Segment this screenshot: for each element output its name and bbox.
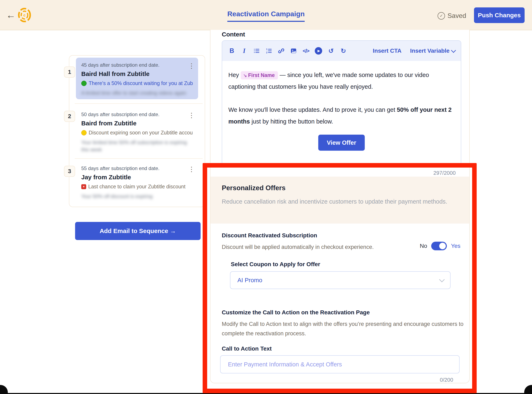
email-body-editor[interactable]: Hey ↘First Name — since you left, we've … [222, 61, 461, 159]
save-status-label: Saved [447, 12, 466, 20]
personalized-offers-subtitle: Reduce cancellation risk and incentivize… [222, 197, 461, 207]
sequence-subject-text: Last chance to claim your Zubtitle disco… [88, 184, 185, 190]
sequence-preview-blurred: Your 50% off discount is expiring [81, 193, 188, 200]
variable-pill-label: First Name [248, 72, 275, 78]
discount-title: Discount Reactivated Subscription [222, 232, 460, 239]
toggle-yes-label: Yes [451, 243, 460, 249]
personalized-offers-title: Personalized Offers [222, 184, 286, 192]
sequence-delay: 50 days after subscription end date. [81, 112, 193, 117]
sequence-sender: Baird Hall from Zubtitle [81, 70, 193, 78]
customize-cta-description: Modify the Call to Action text to align … [222, 320, 467, 338]
sequence-subject: ✶ Last chance to claim your Zubtitle dis… [81, 184, 193, 190]
sequence-subject-text: There’s a 50% discount waiting for you a… [89, 80, 193, 86]
email-sequence-list: 1 2 3 ⋮ 45 days after subscription end d… [69, 55, 205, 207]
first-name-variable-pill[interactable]: ↘First Name [241, 71, 278, 79]
green-circle-icon [81, 81, 87, 86]
coupon-dropdown-value: AI Promo [237, 277, 262, 284]
sequence-preview-blurred: A limited time offer to start creating v… [81, 89, 188, 97]
email-paragraph-2: We know you'll love these updates. And t… [228, 104, 455, 127]
svg-text:c: c [23, 13, 26, 17]
back-arrow-icon[interactable]: ← [6, 10, 16, 20]
kebab-menu-icon[interactable]: ⋮ [188, 166, 195, 172]
italic-icon[interactable]: I [241, 47, 248, 55]
sequence-subject[interactable]: There’s a 50% discount waiting for you a… [81, 80, 193, 86]
chevron-down-icon [439, 277, 445, 282]
arrow-down-right-icon: ↘ [243, 73, 247, 78]
sequence-step-badge: 3 [64, 166, 75, 177]
bold-icon[interactable]: B [228, 47, 235, 55]
editor-toolbar: B I 12 </> ▶ ↺ ↻ [222, 41, 461, 61]
sequence-subject: Discount expiring soon on your Zubtitle … [81, 130, 193, 136]
personalized-offers-header-band: Personalized Offers Reduce cancellation … [210, 177, 469, 223]
cta-char-count: 0/200 [440, 377, 453, 383]
bullet-list-icon[interactable] [253, 47, 260, 55]
zubtitle-logo-icon: c [18, 8, 31, 22]
undo-icon[interactable]: ↺ [327, 47, 334, 55]
push-changes-button[interactable]: Push Changes [474, 7, 525, 23]
insert-cta-button[interactable]: Insert CTA [373, 47, 402, 54]
window-corner-right [524, 385, 532, 394]
top-header: ← c Reactivation Campaign ✓ Saved Push C… [0, 0, 532, 30]
sequence-sender: Baird from Zubtitle [81, 120, 193, 127]
toggle-no-label: No [420, 243, 427, 249]
svg-text:2: 2 [266, 51, 267, 54]
numbered-list-icon[interactable]: 12 [265, 47, 272, 55]
sequence-sender: Jay from Zubtitle [81, 174, 193, 181]
toggle-knob [439, 243, 446, 249]
sequence-delay: 45 days after subscription end date. [81, 62, 193, 68]
discount-toggle-group: No Yes [420, 242, 460, 250]
chevron-down-icon [451, 48, 456, 53]
divider [75, 103, 203, 104]
code-icon[interactable]: </> [302, 47, 309, 55]
content-section-label: Content [222, 31, 245, 38]
insert-variable-label: Insert Variable [410, 47, 450, 54]
cta-text-input[interactable] [220, 355, 460, 373]
page-title[interactable]: Reactivation Campaign [227, 10, 305, 22]
redo-icon[interactable]: ↻ [340, 47, 347, 55]
discount-description: Discount will be applied automatically i… [222, 243, 428, 252]
window-corner-left [0, 385, 8, 394]
kebab-menu-icon[interactable]: ⋮ [188, 62, 195, 69]
discount-reactivated-row: Discount Reactivated Subscription Discou… [222, 232, 460, 252]
cta-text-label: Call to Action Text [222, 345, 272, 352]
coupon-dropdown[interactable]: AI Promo [230, 271, 450, 289]
play-icon[interactable]: ▶ [315, 47, 322, 55]
content-char-count: 297/2000 [434, 170, 456, 176]
yellow-circle-icon [81, 130, 87, 135]
image-icon[interactable] [290, 47, 297, 55]
sequence-item-3[interactable]: ⋮ 55 days after subscription end date. J… [76, 161, 198, 204]
insert-variable-button[interactable]: Insert Variable [410, 47, 455, 54]
kebab-menu-icon[interactable]: ⋮ [188, 112, 195, 119]
link-icon[interactable] [278, 47, 285, 55]
sequence-subject-text: Discount expiring soon on your Zubtitle … [89, 130, 193, 136]
app-screen: ← c Reactivation Campaign ✓ Saved Push C… [0, 0, 532, 394]
play-glyph: ▶ [315, 47, 322, 55]
insert-actions: Insert CTA Insert Variable [373, 47, 455, 54]
view-offer-button[interactable]: View Offer [318, 135, 365, 151]
save-status: ✓ Saved [438, 12, 466, 20]
check-circle-icon: ✓ [438, 12, 445, 20]
window-bottom-edge [0, 393, 532, 394]
sequence-step-badge: 1 [64, 67, 75, 78]
discount-toggle[interactable] [431, 242, 447, 250]
sequence-step-badge: 2 [64, 111, 75, 122]
siren-icon: ✶ [81, 184, 86, 189]
sequence-item-1[interactable]: ⋮ 45 days after subscription end date. B… [76, 58, 198, 99]
formatting-icons: B I 12 </> ▶ ↺ ↻ [228, 47, 347, 55]
sequence-delay: 55 days after subscription end date. [81, 166, 193, 171]
add-email-to-sequence-button[interactable]: Add Email to Sequence → [75, 222, 201, 240]
sequence-preview-blurred: Your limited time 50% off subscription i… [81, 139, 188, 153]
sequence-item-2[interactable]: ⋮ 50 days after subscription end date. B… [76, 107, 198, 156]
rich-text-editor: B I 12 </> ▶ ↺ ↻ [222, 40, 461, 167]
divider [75, 158, 203, 159]
coupon-select-label: Select Coupon to Apply for Offer [231, 261, 320, 268]
customize-cta-title: Customize the Call to Action on the Reac… [222, 309, 370, 316]
email-paragraph-1: Hey ↘First Name — since you left, we've … [228, 69, 455, 93]
svg-text:1: 1 [266, 48, 267, 50]
